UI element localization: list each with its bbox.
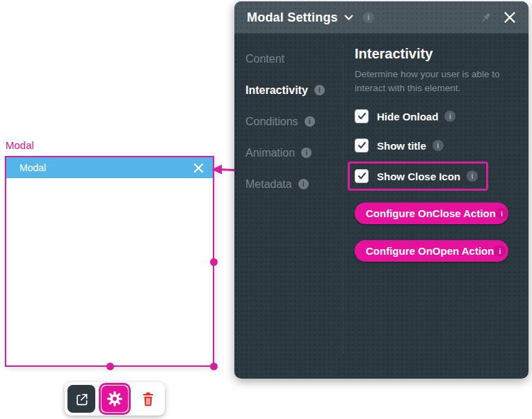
info-icon[interactable]: i: [496, 207, 508, 219]
gear-icon: [106, 390, 123, 407]
resize-handle-corner[interactable]: [210, 363, 218, 370]
info-icon[interactable]: i: [298, 179, 309, 189]
modal-element[interactable]: Modal: [5, 156, 214, 367]
info-icon[interactable]: i: [301, 148, 312, 158]
resize-handle-bottom[interactable]: [106, 363, 114, 370]
pin-icon[interactable]: [480, 12, 492, 24]
modal-settings-panel: Modal Settings i: [234, 1, 529, 379]
configure-onclose-button[interactable]: Configure OnClose Action i: [355, 203, 508, 224]
tab-interactivity[interactable]: Interactivity i: [245, 74, 343, 106]
hide-onload-checkbox[interactable]: [355, 109, 369, 123]
info-icon[interactable]: i: [363, 12, 374, 23]
checkbox-label: Show title: [377, 140, 426, 152]
tab-content[interactable]: Content: [245, 43, 343, 74]
section-description: Determine how your user is able to inter…: [355, 68, 513, 95]
checkbox-label: Show Close Icon: [377, 171, 460, 182]
show-title-row: Show title i: [355, 139, 529, 152]
panel-title[interactable]: Modal Settings: [247, 10, 338, 25]
settings-button[interactable]: [102, 386, 128, 412]
tab-animation[interactable]: Animation i: [245, 137, 343, 168]
configure-onopen-button[interactable]: Configure OnOpen Action i: [355, 240, 508, 262]
modal-close-icon[interactable]: [193, 163, 204, 173]
resize-handle-right[interactable]: [210, 258, 218, 266]
open-preview-button[interactable]: [67, 385, 95, 413]
show-close-icon-checkbox[interactable]: [355, 169, 369, 183]
panel-header: Modal Settings i: [234, 1, 529, 33]
panel-divider: [343, 42, 344, 354]
settings-button-highlight: [99, 383, 131, 415]
checkbox-label: Hide Onload: [377, 111, 438, 122]
modal-titlebar[interactable]: Modal: [6, 157, 213, 178]
chevron-down-icon[interactable]: [344, 15, 353, 21]
tab-metadata[interactable]: Metadata i: [245, 168, 343, 200]
hide-onload-row: Hide Onload i: [355, 109, 529, 123]
info-icon[interactable]: i: [444, 111, 456, 122]
show-close-icon-highlight: Show Close Icon i: [348, 161, 488, 191]
info-icon[interactable]: i: [314, 85, 325, 95]
show-title-checkbox[interactable]: [355, 139, 369, 152]
show-close-icon-row: Show Close Icon i: [355, 169, 478, 183]
info-icon[interactable]: i: [433, 140, 444, 151]
external-link-icon: [75, 393, 88, 406]
element-label: Modal: [6, 139, 34, 151]
settings-sidebar: Content Interactivity i Conditions i Ani…: [234, 33, 343, 379]
delete-button[interactable]: [134, 385, 162, 413]
info-icon[interactable]: i: [305, 116, 315, 127]
modal-title: Modal: [19, 162, 193, 173]
trash-icon: [141, 392, 155, 406]
settings-content: Interactivity Determine how your user is…: [343, 33, 529, 379]
element-toolbar: [65, 382, 165, 416]
info-icon[interactable]: i: [494, 245, 506, 257]
close-panel-icon[interactable]: [503, 11, 516, 24]
section-heading: Interactivity: [355, 46, 529, 62]
info-icon[interactable]: i: [467, 171, 478, 182]
tab-conditions[interactable]: Conditions i: [245, 106, 343, 137]
